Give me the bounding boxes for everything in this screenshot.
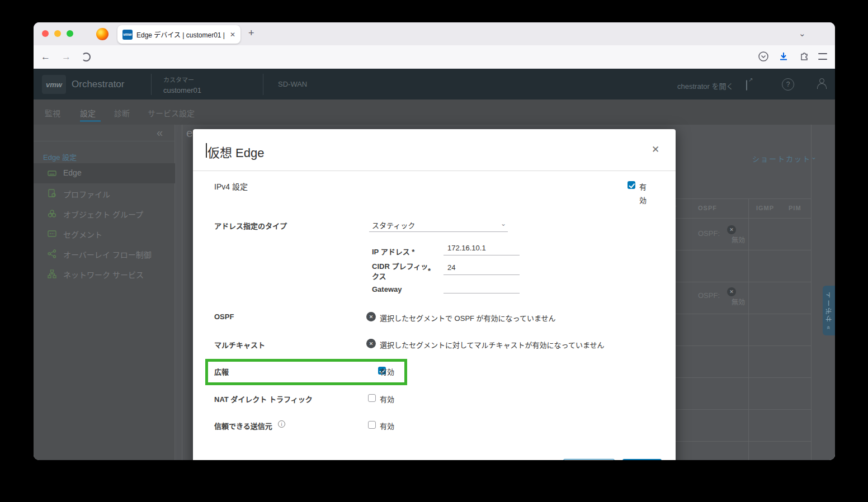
ip-address-underline: [444, 255, 520, 255]
shortcuts-dropdown[interactable]: ショートカット: [752, 153, 811, 164]
trusted-source-label: 信頼できる送信元: [214, 420, 272, 431]
table-header-pim: PIM: [789, 205, 801, 211]
minimize-window-button[interactable]: [54, 30, 61, 37]
sidebar-item-overlay-flow-control[interactable]: オーバーレイ フロー制御: [34, 244, 175, 264]
select-chevron-icon[interactable]: ⌄: [501, 220, 506, 228]
nat-enabled-checkbox[interactable]: [368, 394, 376, 402]
tab-list-chevron-icon[interactable]: ⌄: [799, 29, 806, 39]
trusted-enabled-checkbox[interactable]: [368, 421, 376, 429]
maximize-window-button[interactable]: [67, 30, 73, 37]
modal-close-icon[interactable]: ✕: [652, 144, 659, 155]
sidebar-item-profiles[interactable]: プロファイル: [34, 183, 175, 203]
disabled-x-icon: ✕: [727, 287, 736, 296]
sdwan-selector[interactable]: SD-WAN: [278, 80, 307, 88]
forward-button[interactable]: →: [62, 51, 71, 63]
shortcuts-chevron-icon: ⌄: [811, 153, 817, 161]
modal-title: 仮想 Edge: [207, 143, 265, 160]
virtual-edge-modal: 仮想 Edge ✕ IPv4 設定 有 効 アドレス指定のタイプ スタティック …: [193, 129, 676, 460]
tab-configure[interactable]: 設定: [80, 107, 96, 119]
cidr-underline: [444, 274, 520, 275]
download-icon[interactable]: [778, 51, 789, 64]
ipv4-enabled-checkbox[interactable]: [628, 181, 635, 189]
tab-service-settings[interactable]: サービス設定: [148, 107, 195, 119]
customer-label: カスタマー: [163, 75, 194, 84]
segments-icon: [48, 229, 56, 238]
ipv4-enabled-label-1: 有: [639, 181, 647, 192]
screen: vmw Edge デバイス | customer01 | VM ✕ + ⌄ ← …: [0, 0, 868, 502]
header-divider-2: [263, 74, 263, 95]
ip-address-input[interactable]: 172.16.10.1: [447, 244, 486, 252]
browser-toolbar: ← → https://vco100.sample.com/ui/sd-wan/…: [34, 45, 835, 69]
sidebar-item-label: プロファイル: [63, 188, 110, 200]
header-divider: [151, 74, 152, 95]
ospf-message: 選択したセグメントで OSPF が有効になっていません: [380, 312, 556, 323]
tab-diagnostics[interactable]: 診断: [114, 107, 130, 119]
profile-icon: [48, 189, 56, 198]
nat-enabled-label: 有効: [380, 394, 394, 404]
sidebar-item-label: Edge: [63, 168, 82, 177]
external-link-icon[interactable]: [746, 80, 747, 91]
sidebar-item-segments[interactable]: セグメント: [34, 224, 175, 244]
extensions-puzzle-icon[interactable]: [799, 51, 810, 64]
sidebar-item-edge[interactable]: Edge: [34, 163, 175, 183]
sidebar-item-network-services[interactable]: ネットワーク サービス: [34, 264, 175, 284]
vmware-logo: vmw: [42, 75, 66, 94]
vmware-favicon: vmw: [122, 30, 133, 40]
table-cell-ospf-label: OSPF:: [698, 229, 720, 238]
app-page-dimmed: vmw Orchestrator カスタマー customer01 SD-WAN…: [34, 69, 835, 460]
gateway-label: Gateway: [372, 285, 402, 293]
open-classic-orchestrator-link[interactable]: chestrator を開く: [677, 80, 733, 91]
app-header: vmw Orchestrator カスタマー customer01 SD-WAN…: [34, 69, 835, 100]
firefox-icon[interactable]: [96, 28, 108, 40]
ipv4-settings-label: IPv4 設定: [214, 181, 248, 192]
browser-tab[interactable]: vmw Edge デバイス | customer01 | VM ✕: [117, 25, 240, 44]
ip-address-label: IP アドレス *: [372, 246, 414, 257]
new-tab-button[interactable]: +: [248, 27, 254, 39]
pocket-icon[interactable]: [758, 51, 769, 64]
text-caret: [206, 143, 207, 158]
table-cell-ospf-label: OSPF:: [698, 291, 720, 300]
sidebar-item-object-groups[interactable]: オブジェクト グループ: [34, 203, 175, 224]
edge-name-heading: e: [186, 126, 193, 140]
cancel-button[interactable]: キャンセル: [563, 459, 615, 460]
sidebar-item-label: オーバーレイ フロー制御: [63, 249, 152, 260]
modal-divider: [193, 171, 676, 171]
back-button[interactable]: ←: [41, 51, 50, 63]
browser-window: vmw Edge デバイス | customer01 | VM ✕ + ⌄ ← …: [34, 22, 835, 460]
sidebar-item-label: オブジェクト グループ: [63, 209, 143, 220]
sidebar-divider: [34, 141, 175, 141]
product-title: Orchestrator: [72, 79, 124, 90]
select-underline: [369, 231, 508, 232]
table-cell-disabled: 無効: [732, 235, 745, 244]
multicast-disabled-x-icon: ✕: [366, 339, 376, 348]
edge-icon: [48, 169, 56, 178]
sidebar-collapse-icon[interactable]: «: [157, 126, 163, 139]
object-groups-icon: [48, 209, 56, 218]
network-services-icon: [48, 269, 56, 278]
cidr-prefix-label-line2: クス: [372, 271, 386, 281]
refresh-icon[interactable]: [82, 53, 91, 61]
save-button[interactable]: 保存: [622, 459, 662, 460]
help-icon[interactable]: ?: [782, 78, 794, 91]
multicast-label: マルチキャスト: [214, 339, 265, 350]
support-tab[interactable]: サポート «: [823, 286, 835, 335]
addressing-type-label: アドレス指定のタイプ: [214, 220, 287, 231]
tab-monitor[interactable]: 監視: [45, 107, 60, 119]
cidr-prefix-input[interactable]: 24: [447, 263, 455, 272]
sidebar-item-label: セグメント: [63, 229, 102, 240]
table-header-igmp: IGMP: [756, 205, 774, 211]
required-asterisk: *: [412, 248, 414, 256]
close-window-button[interactable]: [42, 30, 49, 37]
gateway-underline: [444, 293, 520, 293]
customer-value[interactable]: customer01: [163, 86, 201, 94]
nav-tab-bar: 監視 設定 診断 サービス設定: [34, 100, 835, 125]
highlight-annotation-box: [205, 359, 407, 385]
addressing-type-select[interactable]: スタティック: [372, 220, 415, 230]
ipv4-enabled-label-2: 効: [639, 195, 647, 205]
browser-tab-strip: vmw Edge デバイス | customer01 | VM ✕ + ⌄: [34, 22, 835, 45]
support-collapse-icon: «: [825, 325, 832, 329]
info-icon[interactable]: i: [278, 420, 285, 428]
sidebar-item-label: ネットワーク サービス: [63, 269, 144, 280]
tab-close-icon[interactable]: ✕: [230, 31, 235, 39]
disabled-x-icon: ✕: [727, 225, 736, 234]
